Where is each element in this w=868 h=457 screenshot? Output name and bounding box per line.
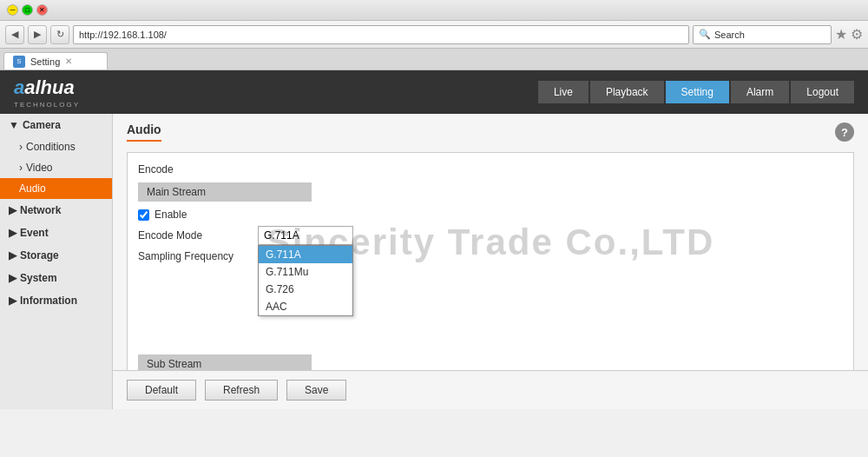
encode-section: Encode Main Stream Enable Encode Mode G.…: [127, 152, 854, 370]
sidebar-audio-label: Audio: [19, 182, 46, 195]
app-header: aalhua TECHNOLOGY Live Playback Setting …: [0, 70, 868, 114]
refresh-button[interactable]: Refresh: [205, 380, 278, 401]
browser-tabbar: S Setting ✕: [0, 49, 868, 70]
encode-section-label: Encode: [138, 163, 843, 176]
encode-mode-row: Encode Mode G.711A G.711Mu G.726 AAC G.7…: [138, 226, 843, 245]
tab-close-button[interactable]: ✕: [65, 56, 72, 66]
enable-label: Enable: [155, 209, 187, 221]
nav-playback-tab[interactable]: Playback: [590, 81, 664, 103]
sidebar: ▼ Camera › Conditions › Video Audio ▶ Ne…: [0, 114, 113, 409]
search-placeholder: Search: [714, 30, 745, 40]
main-content: ? Audio Encode Main Stream Enable Encode…: [113, 114, 868, 370]
encode-mode-dropdown[interactable]: G.711A G.711Mu G.726 AAC G.711A G.711Mu …: [258, 226, 353, 245]
sub-stream-label: Sub Stream: [138, 354, 312, 370]
sidebar-category-information[interactable]: ▶ Information: [0, 289, 112, 312]
camera-arrow-icon: ▼: [9, 119, 19, 131]
main-stream-label: Main Stream: [138, 182, 312, 202]
system-arrow-icon: ▶: [9, 272, 16, 284]
dropdown-option-g711mu[interactable]: G.711Mu: [259, 263, 352, 281]
storage-arrow-icon: ▶: [9, 249, 16, 262]
sidebar-category-camera[interactable]: ▼ Camera: [0, 114, 112, 136]
sidebar-category-network[interactable]: ▶ Network: [0, 199, 112, 222]
conditions-arrow-icon: ›: [19, 141, 23, 153]
encode-mode-dropdown-list[interactable]: G.711A G.711Mu G.726 AAC: [258, 245, 353, 316]
default-button[interactable]: Default: [127, 380, 196, 401]
dropdown-option-g726[interactable]: G.726: [259, 281, 352, 298]
sidebar-storage-label: Storage: [20, 249, 59, 262]
sampling-freq-label: Sampling Frequency: [138, 250, 251, 262]
video-arrow-icon: ›: [19, 162, 23, 174]
back-button[interactable]: ◀: [5, 25, 24, 44]
settings-icon[interactable]: ⚙: [851, 26, 863, 43]
tab-favicon: S: [13, 56, 25, 68]
minimize-button[interactable]: ─: [7, 4, 18, 16]
event-arrow-icon: ▶: [9, 227, 16, 239]
network-arrow-icon: ▶: [9, 204, 16, 216]
encode-mode-label: Encode Mode: [138, 229, 251, 242]
close-button[interactable]: ✕: [36, 4, 48, 16]
app-logo: aalhua TECHNOLOGY: [14, 76, 80, 109]
sidebar-camera-label: Camera: [23, 119, 61, 131]
forward-button[interactable]: ▶: [28, 25, 47, 44]
search-bar[interactable]: 🔍 Search: [693, 25, 832, 44]
sidebar-category-system[interactable]: ▶ System: [0, 267, 112, 289]
sidebar-information-label: Information: [20, 295, 77, 307]
sidebar-event-label: Event: [20, 227, 49, 239]
address-bar[interactable]: http://192.168.1.108/: [73, 25, 689, 44]
sidebar-conditions-label: Conditions: [26, 141, 76, 153]
encode-mode-select[interactable]: G.711A G.711Mu G.726 AAC: [258, 226, 353, 245]
nav-setting-tab[interactable]: Setting: [666, 81, 729, 103]
refresh-button[interactable]: ↻: [50, 25, 69, 44]
enable-checkbox[interactable]: [138, 209, 149, 221]
page-title: Audio: [127, 123, 161, 142]
nav-tabs: Live Playback Setting Alarm Logout: [538, 81, 854, 103]
nav-live-tab[interactable]: Live: [538, 81, 589, 103]
sampling-freq-row: Sampling Frequency: [138, 250, 843, 262]
information-arrow-icon: ▶: [9, 295, 16, 307]
sidebar-category-event[interactable]: ▶ Event: [0, 222, 112, 244]
bookmark-icon[interactable]: ★: [835, 26, 847, 43]
app-body: ▼ Camera › Conditions › Video Audio ▶ Ne…: [0, 114, 868, 409]
sidebar-category-storage[interactable]: ▶ Storage: [0, 244, 112, 267]
search-icon: 🔍: [699, 29, 711, 40]
dropdown-option-aac[interactable]: AAC: [259, 298, 352, 315]
sidebar-network-label: Network: [20, 204, 61, 216]
browser-titlebar: ─ □ ✕: [0, 0, 868, 21]
sidebar-item-audio[interactable]: Audio: [0, 178, 112, 199]
sidebar-video-label: Video: [26, 162, 52, 174]
sidebar-item-conditions[interactable]: › Conditions: [0, 136, 112, 157]
sidebar-system-label: System: [20, 272, 57, 284]
footer: Default Refresh Save: [113, 370, 868, 409]
sidebar-item-video[interactable]: › Video: [0, 157, 112, 178]
enable-checkbox-row: Enable: [138, 209, 843, 221]
nav-alarm-tab[interactable]: Alarm: [731, 81, 789, 103]
browser-navbar: ◀ ▶ ↻ http://192.168.1.108/ 🔍 Search ★ ⚙: [0, 21, 868, 49]
nav-logout-tab[interactable]: Logout: [791, 81, 854, 103]
tab-label: Setting: [30, 56, 60, 67]
save-button[interactable]: Save: [286, 380, 346, 401]
logo-sub: TECHNOLOGY: [14, 101, 80, 109]
dropdown-option-g711a[interactable]: G.711A: [259, 246, 352, 263]
maximize-button[interactable]: □: [22, 4, 33, 16]
logo-text: aalhua: [14, 76, 80, 99]
help-icon[interactable]: ?: [835, 123, 854, 142]
browser-tab[interactable]: S Setting ✕: [3, 52, 108, 70]
